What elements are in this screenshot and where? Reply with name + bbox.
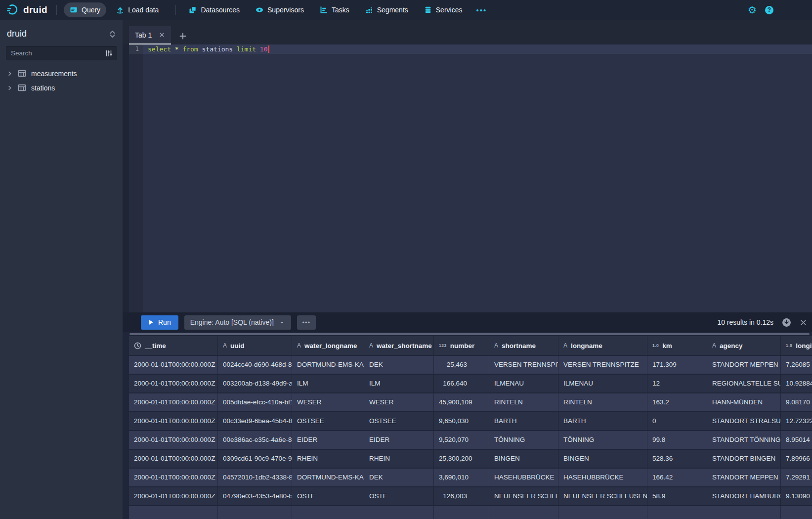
table-row[interactable]: 2000-01-01T00:00:00.000Z 04790e03-4353-4… [129,487,812,506]
table-cell: EIDER [292,431,364,449]
close-results-button[interactable] [800,319,807,326]
results-table-body: 2000-01-01T00:00:00.000Z 0024cc40-d690-4… [129,356,812,506]
search-input[interactable] [10,49,105,57]
nav-item-load-data[interactable]: Load data [110,2,165,17]
editor-code-area[interactable]: select*fromstationslimit10 [143,44,812,312]
table-cell: 25,300,200 [434,450,489,468]
schema-sidebar: druid [0,20,123,519]
plus-icon [179,32,187,40]
table-cell: BINGEN [558,450,647,468]
tab-label: Tab 1 [135,31,152,39]
column-header-water-shortname[interactable]: A water_shortname [364,336,434,355]
table-cell: 0024cc40-d690-468d-84 [218,356,292,374]
table-row[interactable]: 2000-01-01T00:00:00.000Z 005dfdae-efcc-4… [129,393,812,412]
table-cell: 0309cd61-90c9-470e-99 [218,450,292,468]
table-icon [18,84,26,92]
table-cell: 2000-01-01T00:00:00.000Z [129,431,218,449]
druid-logo[interactable]: druid [7,4,47,16]
nav-item-supervisors[interactable]: Supervisors [250,2,310,17]
sidebar-item-stations[interactable]: stations [0,81,123,95]
engine-select[interactable]: Engine: Auto [SQL (native)] [184,315,291,330]
table-cell: ILMENAU [489,375,558,392]
sql-identifier: stations [202,45,233,53]
column-header-longname[interactable]: A longname [558,336,647,355]
sql-query-line[interactable]: select*fromstationslimit10 [143,44,812,54]
table-cell: OSTE [292,487,364,505]
table-row[interactable]: 2000-01-01T00:00:00.000Z 0024cc40-d690-4… [129,356,812,375]
table-row[interactable]: 2000-01-01T00:00:00.000Z 00c33ed9-6bea-4… [129,412,812,431]
column-header-km[interactable]: 1.0 km [647,336,707,355]
filter-sliders-icon[interactable] [105,49,113,57]
table-row[interactable]: 2000-01-01T00:00:00.000Z 0309cd61-90c9-4… [129,450,812,469]
download-results-button[interactable] [782,318,791,327]
column-header-longitude[interactable]: 1.0 longitude [781,336,812,355]
help-icon[interactable]: ? [765,6,773,14]
nav-item-label: Query [82,6,100,14]
load-data-icon [116,6,124,14]
table-cell: 0 [647,412,707,430]
table-cell: NEUENSEER SCHLEUSEN [489,487,558,505]
table-cell: 10.92884 [781,375,812,392]
table-cell: EIDER [364,431,434,449]
string-type-icon: A [712,342,716,349]
column-name: water_longname [304,342,357,349]
nav-item-datasources[interactable]: Datasources [183,2,246,17]
gear-icon[interactable]: ⚙ [748,5,757,15]
table-row[interactable]: 2000-01-01T00:00:00.000Z 00e386ac-e35c-4… [129,431,812,450]
nav-divider [56,5,57,15]
table-cell: 3,690,010 [434,469,489,486]
column-header-number[interactable]: 123 number [434,336,489,355]
table-cell: 166.42 [647,469,707,486]
close-tab-icon[interactable] [159,32,165,38]
table-cell: BINGEN [489,450,558,468]
table-cell: RINTELN [489,393,558,411]
query-more-button[interactable]: ••• [297,315,316,330]
tree-item-label: stations [31,84,55,92]
table-cell: 9.08170 [781,393,812,411]
table-cell: VERSEN TRENNSPITZE [489,356,558,374]
table-cell: 2000-01-01T00:00:00.000Z [129,356,218,374]
nav-item-segments[interactable]: Segments [359,2,414,17]
run-button[interactable]: Run [141,315,178,330]
chevron-right-icon [7,71,13,77]
table-cell: 9.13090 [781,487,812,505]
sql-editor[interactable]: 1 select*fromstationslimit10 [123,44,812,312]
column-header-uuid[interactable]: A uuid [218,336,292,355]
sql-keyword: from [182,45,198,53]
table-cell: 99.8 [647,431,707,449]
table-cell: 2000-01-01T00:00:00.000Z [129,469,218,486]
double-caret-vertical-icon[interactable] [109,30,116,38]
table-cell: WESER [292,393,364,411]
tab-1[interactable]: Tab 1 [129,26,171,44]
horizontal-scrollbar[interactable] [129,333,810,335]
tab-bar: Tab 1 [123,20,812,44]
table-cell: 171.309 [647,356,707,374]
table-cell: DORTMUND-EMS-KANA [292,469,364,486]
nav-item-label: Supervisors [267,6,304,14]
sidebar-item-measurements[interactable]: measurements [0,66,123,81]
table-cell: 04572010-1db2-4338-85 [218,469,292,486]
column-header-time[interactable]: __time [129,336,218,355]
string-type-icon: A [297,342,301,349]
nav-item-tasks[interactable]: Tasks [314,2,355,17]
float-type-icon: 1.0 [786,343,792,348]
nav-more-button[interactable]: ••• [472,6,491,14]
table-cell: NEUENSEER SCHLEUSEN [558,487,647,505]
add-tab-button[interactable] [179,32,187,40]
table-cell: ILM [364,375,434,392]
table-cell: 25,463 [434,356,489,374]
float-type-icon: 1.0 [652,343,659,348]
column-header-water-longname[interactable]: A water_longname [292,336,364,355]
sql-keyword: limit [237,45,256,53]
nav-item-query[interactable]: Query [64,2,106,17]
column-name: water_shortname [377,342,432,349]
column-header-agency[interactable]: A agency [707,336,781,355]
table-row[interactable]: 2000-01-01T00:00:00.000Z 003200ab-d138-4… [129,375,812,393]
table-cell: OSTSEE [292,412,364,430]
table-row[interactable]: 2000-01-01T00:00:00.000Z 04572010-1db2-4… [129,469,812,487]
druid-swirl-icon [7,4,19,16]
table-cell: ILMENAU [558,375,647,392]
sql-number: 10 [260,45,268,53]
nav-item-services[interactable]: Services [418,2,469,17]
column-header-shortname[interactable]: A shortname [489,336,558,355]
